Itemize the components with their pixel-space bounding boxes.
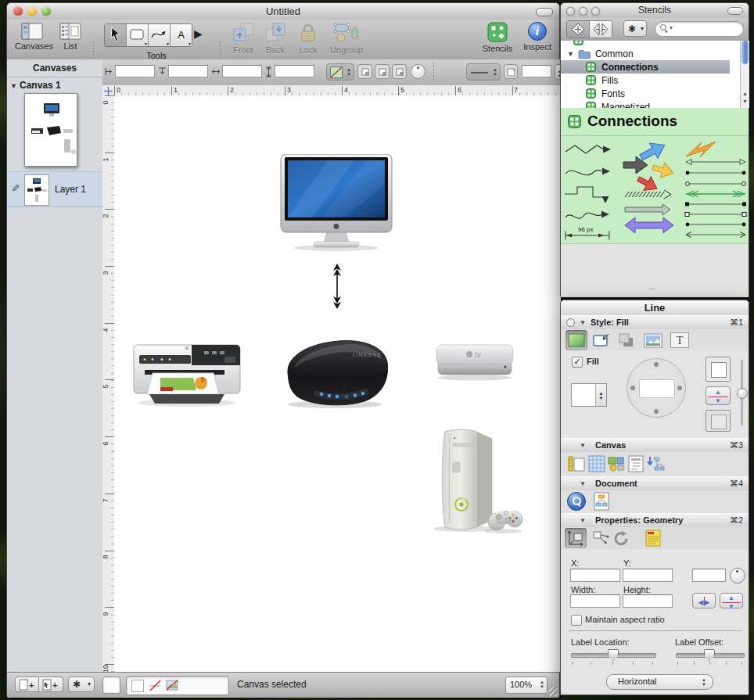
canvases-button[interactable]: Canvases bbox=[15, 23, 49, 51]
geometry-x-field[interactable] bbox=[570, 569, 620, 582]
canvas-arrange-tab[interactable] bbox=[605, 454, 627, 474]
canvas-object-apple-tv[interactable]: tv bbox=[433, 343, 516, 382]
geometry-tab[interactable] bbox=[565, 528, 587, 548]
inspector-titlebar[interactable]: Line bbox=[561, 300, 749, 316]
shadow-style-button-1[interactable] bbox=[357, 64, 372, 79]
fill-swap-stepper-button[interactable]: ▲ ▼ bbox=[706, 386, 731, 405]
fill-top-swatch-button[interactable] bbox=[706, 357, 731, 382]
no-image-swatch[interactable] bbox=[166, 680, 179, 691]
list-button[interactable]: List bbox=[56, 23, 85, 51]
label-location-thumb[interactable] bbox=[608, 649, 619, 661]
canvas-object-printer[interactable] bbox=[129, 332, 245, 411]
image-style-tab[interactable] bbox=[642, 330, 664, 350]
disclosure-triangle[interactable]: ▼ bbox=[580, 319, 586, 326]
flip-horizontal-button[interactable]: ◀▶ bbox=[692, 593, 716, 608]
dial-dot-right[interactable] bbox=[677, 386, 682, 390]
width-field[interactable] bbox=[222, 65, 262, 77]
disclosure-triangle[interactable]: ▼ bbox=[580, 442, 586, 449]
fill-checkbox[interactable]: ✓ bbox=[572, 357, 583, 368]
ungroup-button[interactable]: Ungroup bbox=[326, 22, 367, 55]
section-dot-widget[interactable] bbox=[566, 318, 575, 327]
geometry-section-header[interactable]: ▼ Properties: Geometry ⌘2 bbox=[561, 513, 749, 528]
stencil-folder-row[interactable]: ▼ Common bbox=[561, 47, 730, 60]
stencil-view-single-button[interactable] bbox=[567, 21, 590, 38]
stencils-titlebar[interactable]: Stencils bbox=[561, 3, 749, 19]
orientation-dropdown[interactable]: Horizontal ▲▼ bbox=[606, 674, 713, 690]
stencil-item-fills[interactable]: Fills bbox=[561, 74, 730, 87]
flip-vertical-button[interactable]: ▲ ▼ bbox=[720, 593, 743, 608]
fill-style-tab[interactable] bbox=[566, 330, 587, 350]
line-style-dropdown[interactable]: ▲▼ bbox=[466, 63, 501, 81]
geometry-width-field[interactable] bbox=[570, 594, 620, 608]
inspect-button[interactable]: i Inspect bbox=[520, 22, 555, 52]
scrollbar-thumb[interactable] bbox=[741, 41, 749, 64]
front-button[interactable]: Front bbox=[228, 22, 259, 55]
shadow-style-button-3[interactable] bbox=[392, 64, 407, 79]
back-button[interactable]: Back bbox=[260, 22, 290, 55]
rotation-properties-tab[interactable] bbox=[611, 528, 633, 548]
document-zoom-tab[interactable] bbox=[566, 491, 587, 512]
fill-bottom-swatch-button[interactable] bbox=[706, 410, 731, 432]
stencils-toolbar-button[interactable]: Stencils bbox=[479, 22, 515, 53]
canvas-object-vertical-double-arrow[interactable] bbox=[331, 264, 343, 309]
fill-color-well[interactable]: ▲▼ bbox=[571, 383, 607, 407]
disclosure-triangle[interactable]: ▼ bbox=[580, 517, 586, 524]
canvas-size-tab[interactable] bbox=[566, 454, 587, 474]
gradient-direction-dial[interactable] bbox=[627, 358, 686, 418]
connections-properties-tab[interactable] bbox=[590, 528, 612, 548]
geometry-height-field[interactable] bbox=[623, 594, 673, 608]
note-properties-tab[interactable] bbox=[642, 528, 664, 548]
stencil-action-menu-button[interactable]: ✱ ▾ bbox=[623, 20, 647, 37]
lock-button[interactable]: Lock bbox=[295, 22, 321, 55]
fill-style-swatch[interactable] bbox=[131, 680, 144, 692]
main-titlebar[interactable]: Untitled bbox=[7, 3, 559, 20]
scroll-up-arrow[interactable]: ▲ bbox=[742, 91, 748, 96]
tools-expand-button[interactable]: ▶ bbox=[194, 27, 203, 40]
toolbar-toggle-widget[interactable] bbox=[727, 7, 743, 15]
scroll-down-arrow[interactable]: ▼ bbox=[742, 99, 748, 104]
stencil-item-fonts[interactable]: Fonts bbox=[561, 87, 730, 100]
search-input[interactable] bbox=[676, 23, 741, 35]
stencil-preview-shapes[interactable]: 96 px bbox=[561, 136, 749, 243]
canvas-hierarchy-tab[interactable] bbox=[644, 454, 666, 474]
rotation-dial[interactable] bbox=[730, 568, 745, 583]
dial-dot-bottom[interactable] bbox=[654, 409, 659, 414]
canvas-object-wireless-router[interactable]: LINKSYS .... bbox=[276, 332, 393, 411]
folder-disclosure-triangle[interactable]: ▼ bbox=[567, 50, 574, 58]
canvas-thumbnail[interactable] bbox=[24, 93, 77, 167]
x-position-field[interactable] bbox=[115, 65, 155, 77]
new-canvas-button[interactable]: + bbox=[15, 677, 39, 692]
shape-tool-button[interactable]: ▾ bbox=[127, 24, 149, 46]
rotation-dial[interactable] bbox=[411, 64, 425, 79]
pencil-icon[interactable]: ✎ bbox=[9, 184, 21, 192]
stencil-item-connections[interactable]: Connections bbox=[561, 60, 730, 74]
zoom-control[interactable]: 100% ▲▼ bbox=[505, 677, 548, 694]
canvas-disclosure-triangle[interactable]: ▼ bbox=[10, 82, 17, 90]
canvas-color-swatch[interactable] bbox=[102, 677, 120, 694]
canvas-grid-tab[interactable] bbox=[586, 454, 608, 474]
toolbar-toggle-widget[interactable] bbox=[536, 8, 553, 16]
canvas-object-xbox-360[interactable] bbox=[422, 425, 523, 537]
text-tool-button[interactable]: A ▾ bbox=[171, 24, 192, 46]
dial-dot-left[interactable] bbox=[630, 386, 635, 390]
fill-style-button[interactable]: ▲▼ bbox=[326, 63, 354, 81]
line-tool-button[interactable]: ▾ bbox=[149, 24, 171, 46]
sidebar-item-canvas1[interactable]: Canvas 1 bbox=[20, 80, 61, 91]
zoom-stepper[interactable]: ▲▼ bbox=[540, 680, 544, 689]
layer-row[interactable]: ✎ Layer 1 bbox=[7, 171, 102, 207]
window-resize-grip[interactable] bbox=[548, 687, 558, 696]
line-width-field[interactable] bbox=[522, 65, 551, 77]
shadow-style-button-2[interactable] bbox=[375, 64, 390, 79]
color-well-stepper[interactable]: ▲▼ bbox=[595, 384, 606, 406]
stencil-list-scrollbar[interactable]: ▲ ▼ bbox=[740, 41, 749, 108]
document-section-header[interactable]: ▼ Document ⌘4 bbox=[561, 476, 749, 491]
selection-tool-button[interactable] bbox=[105, 24, 127, 46]
shadow-style-tab[interactable] bbox=[616, 330, 637, 350]
layer-action-menu-button[interactable]: ✱ ▾ bbox=[68, 677, 95, 692]
stencil-view-split-button[interactable] bbox=[590, 21, 612, 38]
canvas-outline-tab[interactable] bbox=[625, 454, 647, 474]
maintain-aspect-checkbox[interactable] bbox=[571, 615, 582, 626]
document-data-tab[interactable] bbox=[591, 491, 612, 512]
fill-blend-slider-thumb[interactable] bbox=[737, 388, 748, 399]
disclosure-triangle[interactable]: ▼ bbox=[580, 480, 586, 487]
